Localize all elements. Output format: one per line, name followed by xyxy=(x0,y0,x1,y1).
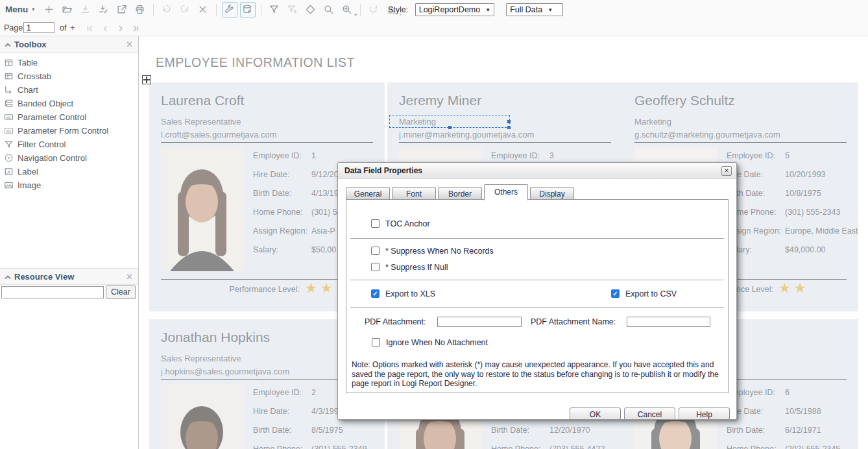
employee-email[interactable]: g.schultz@marketing.gourmetjava.com xyxy=(634,130,780,140)
tab-others[interactable]: Others xyxy=(484,184,528,200)
toolbox-item-image[interactable]: Image xyxy=(0,178,138,192)
zoom-in-icon[interactable]: ▾ xyxy=(339,2,355,18)
performance-label[interactable]: Performance Level: xyxy=(162,285,300,294)
selected-field-outline[interactable] xyxy=(389,115,510,128)
save-as-icon[interactable] xyxy=(96,2,112,18)
save-icon[interactable] xyxy=(78,2,93,18)
field-label[interactable]: Birth Date: xyxy=(253,426,291,435)
field-value[interactable]: Europe, Middle East xyxy=(785,226,858,236)
suppress-if-null-checkbox[interactable] xyxy=(371,263,380,271)
field-value[interactable]: (301) 5 xyxy=(311,208,337,217)
database-icon[interactable] xyxy=(240,2,256,18)
close-icon[interactable]: ✕ xyxy=(126,269,133,285)
field-label[interactable]: Employee ID: xyxy=(727,151,775,160)
field-value[interactable]: $49,000.00 xyxy=(785,245,826,254)
menu-button[interactable]: Menu▼ xyxy=(5,0,36,19)
field-value[interactable]: 6/12/1971 xyxy=(785,426,821,435)
dialog-titlebar[interactable]: Data Field Properties ✕ xyxy=(338,163,736,179)
field-value[interactable]: (301) 555-2349 xyxy=(311,444,367,449)
field-label[interactable]: Hire Date: xyxy=(253,170,289,179)
style-select[interactable]: LogiReportDemo▼ xyxy=(415,3,494,16)
toolbox-item-label[interactable]: ALabel xyxy=(0,165,138,178)
search-icon[interactable] xyxy=(321,2,337,18)
help-button[interactable]: Help xyxy=(679,407,730,420)
ignore-no-attachment-checkbox[interactable] xyxy=(372,338,380,346)
data-scope-select[interactable]: Full Data▼ xyxy=(506,3,563,16)
employee-name[interactable]: Jonathan Hopkins xyxy=(161,330,270,345)
field-label[interactable]: Home Phone: xyxy=(253,444,302,449)
export-xls-checkbox[interactable]: ✓ xyxy=(371,289,380,298)
employee-name[interactable]: Geoffery Schultz xyxy=(634,93,735,108)
employee-title[interactable]: Marketing xyxy=(634,117,671,127)
redo-icon[interactable] xyxy=(177,2,193,18)
field-value[interactable]: 3 xyxy=(549,151,554,160)
employee-email[interactable]: l.croft@sales.gourmetjava.com xyxy=(161,130,277,140)
field-value[interactable]: 10/8/1975 xyxy=(785,189,821,198)
toolbox-item-banded-object[interactable]: Banded Object xyxy=(0,97,138,110)
collapse-icon[interactable] xyxy=(4,41,12,49)
tab-general[interactable]: General xyxy=(346,187,390,200)
employee-title[interactable]: Sales Representative xyxy=(161,354,241,363)
toolbox-item-navigation-control[interactable]: Navigation Control xyxy=(0,151,138,165)
field-value[interactable]: (703) 555-4422 xyxy=(549,444,605,449)
field-value[interactable]: 10/5/1988 xyxy=(785,407,821,416)
clear-button[interactable]: Clear xyxy=(106,285,136,299)
toc-anchor-checkbox[interactable] xyxy=(371,219,380,228)
field-value[interactable]: $50,00 xyxy=(311,245,336,254)
field-value[interactable]: 6 xyxy=(785,388,790,397)
employee-email[interactable]: j.miner@marketing.goumetjava.com xyxy=(399,130,534,140)
more-pages-button[interactable]: + xyxy=(70,19,75,36)
pdf-attachment-name-input[interactable] xyxy=(627,317,710,327)
export-icon[interactable] xyxy=(114,2,130,18)
field-value[interactable]: 10/20/1993 xyxy=(785,170,826,179)
report-drag-handle[interactable] xyxy=(142,75,151,84)
field-value[interactable]: Asia-P xyxy=(311,226,335,236)
field-value[interactable]: 4/3/199 xyxy=(311,407,339,416)
next-page-icon[interactable] xyxy=(113,21,128,36)
employee-email[interactable]: j.hopkins@sales.gourmetjava.com xyxy=(161,367,289,376)
print-icon[interactable] xyxy=(132,2,148,18)
rotate-icon[interactable] xyxy=(366,2,381,18)
field-label[interactable]: Salary: xyxy=(253,245,278,254)
field-label[interactable]: Employee ID: xyxy=(253,388,302,397)
page-number-input[interactable] xyxy=(23,22,54,33)
report-title[interactable]: EMPLOYEE INFORMATION LIST xyxy=(156,55,355,70)
field-label[interactable]: Assign Region: xyxy=(253,226,307,236)
suppress-no-records-checkbox[interactable] xyxy=(371,247,380,255)
employee-name[interactable]: Jeremy Miner xyxy=(399,93,481,108)
wrench-icon[interactable] xyxy=(222,2,237,18)
resize-handle[interactable] xyxy=(507,120,511,123)
resize-handle[interactable] xyxy=(507,126,511,129)
field-label[interactable]: Birth Date: xyxy=(491,426,529,435)
field-value[interactable]: 12/20/1970 xyxy=(549,426,590,435)
add-icon[interactable] xyxy=(42,2,57,18)
export-csv-checkbox[interactable]: ✓ xyxy=(611,289,620,298)
employee-title[interactable]: Sales Representative xyxy=(161,117,241,127)
field-value[interactable]: (202) 555-2345 xyxy=(785,444,840,449)
collapse-icon[interactable] xyxy=(4,273,12,281)
field-value[interactable]: 4/13/19 xyxy=(311,189,339,198)
toolbox-item-parameter-control[interactable]: abParameter Control xyxy=(0,110,138,124)
toolbox-item-crosstab[interactable]: Crosstab xyxy=(0,69,138,83)
open-folder-icon[interactable] xyxy=(60,2,75,18)
field-label[interactable]: Home Phone: xyxy=(253,208,302,217)
tab-font[interactable]: Font xyxy=(392,187,436,200)
toolbox-item-filter-control[interactable]: Filter Control xyxy=(0,138,138,151)
field-label[interactable]: Employee ID: xyxy=(253,151,302,160)
undo-icon[interactable] xyxy=(159,2,175,18)
field-value[interactable]: 8/5/1975 xyxy=(311,426,343,435)
tab-display[interactable]: Display xyxy=(530,187,574,200)
cancel-button[interactable]: Cancel xyxy=(624,407,675,420)
field-label[interactable]: Birth Date: xyxy=(727,426,765,435)
field-label[interactable]: Birth Date: xyxy=(253,189,291,198)
field-value[interactable]: 5 xyxy=(785,151,790,160)
field-label[interactable]: Employee ID: xyxy=(491,151,540,160)
resize-handle[interactable] xyxy=(448,126,452,129)
diamond-icon[interactable] xyxy=(303,2,319,18)
field-label[interactable]: Home Phone: xyxy=(491,444,540,449)
prev-page-icon[interactable] xyxy=(97,21,113,36)
pdf-attachment-input[interactable] xyxy=(437,317,522,327)
field-value[interactable]: 9/12/20 xyxy=(311,170,339,179)
field-value[interactable]: 2 xyxy=(311,388,316,397)
first-page-icon[interactable] xyxy=(82,21,97,36)
